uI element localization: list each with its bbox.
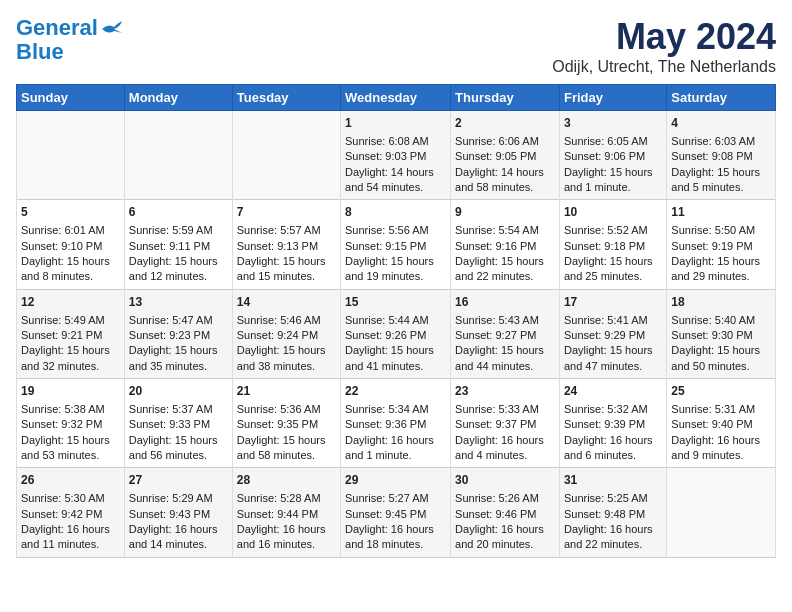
day-number: 20 xyxy=(129,383,228,400)
calendar-cell: 5Sunrise: 6:01 AMSunset: 9:10 PMDaylight… xyxy=(17,200,125,289)
week-row-2: 5Sunrise: 6:01 AMSunset: 9:10 PMDaylight… xyxy=(17,200,776,289)
day-info: Sunset: 9:18 PM xyxy=(564,239,662,254)
day-header-thursday: Thursday xyxy=(451,85,560,111)
calendar-table: SundayMondayTuesdayWednesdayThursdayFrid… xyxy=(16,84,776,558)
day-number: 15 xyxy=(345,294,446,311)
day-number: 2 xyxy=(455,115,555,132)
day-info: Sunrise: 6:06 AM xyxy=(455,134,555,149)
day-number: 1 xyxy=(345,115,446,132)
day-info: Daylight: 14 hours and 58 minutes. xyxy=(455,165,555,196)
day-info: Daylight: 15 hours and 8 minutes. xyxy=(21,254,120,285)
week-row-5: 26Sunrise: 5:30 AMSunset: 9:42 PMDayligh… xyxy=(17,468,776,557)
day-info: Sunset: 9:33 PM xyxy=(129,417,228,432)
day-info: Sunset: 9:08 PM xyxy=(671,149,771,164)
day-info: Sunset: 9:36 PM xyxy=(345,417,446,432)
calendar-cell: 23Sunrise: 5:33 AMSunset: 9:37 PMDayligh… xyxy=(451,379,560,468)
day-number: 16 xyxy=(455,294,555,311)
logo: General Blue xyxy=(16,16,122,64)
calendar-cell: 19Sunrise: 5:38 AMSunset: 9:32 PMDayligh… xyxy=(17,379,125,468)
calendar-cell: 20Sunrise: 5:37 AMSunset: 9:33 PMDayligh… xyxy=(124,379,232,468)
day-number: 12 xyxy=(21,294,120,311)
day-info: Daylight: 15 hours and 12 minutes. xyxy=(129,254,228,285)
calendar-cell: 28Sunrise: 5:28 AMSunset: 9:44 PMDayligh… xyxy=(232,468,340,557)
logo-blue: Blue xyxy=(16,40,64,64)
calendar-cell: 21Sunrise: 5:36 AMSunset: 9:35 PMDayligh… xyxy=(232,379,340,468)
day-number: 24 xyxy=(564,383,662,400)
day-number: 11 xyxy=(671,204,771,221)
day-info: Sunset: 9:26 PM xyxy=(345,328,446,343)
day-info: Sunrise: 5:31 AM xyxy=(671,402,771,417)
calendar-cell: 24Sunrise: 5:32 AMSunset: 9:39 PMDayligh… xyxy=(559,379,666,468)
day-info: Sunset: 9:46 PM xyxy=(455,507,555,522)
day-info: Daylight: 15 hours and 38 minutes. xyxy=(237,343,336,374)
day-info: Sunrise: 5:44 AM xyxy=(345,313,446,328)
day-number: 21 xyxy=(237,383,336,400)
calendar-cell: 3Sunrise: 6:05 AMSunset: 9:06 PMDaylight… xyxy=(559,111,666,200)
day-info: Sunrise: 6:08 AM xyxy=(345,134,446,149)
logo-bird-icon xyxy=(100,21,122,37)
day-number: 3 xyxy=(564,115,662,132)
calendar-cell: 31Sunrise: 5:25 AMSunset: 9:48 PMDayligh… xyxy=(559,468,666,557)
day-number: 6 xyxy=(129,204,228,221)
day-info: Sunset: 9:35 PM xyxy=(237,417,336,432)
day-info: Daylight: 15 hours and 32 minutes. xyxy=(21,343,120,374)
day-info: Sunrise: 5:46 AM xyxy=(237,313,336,328)
calendar-cell: 11Sunrise: 5:50 AMSunset: 9:19 PMDayligh… xyxy=(667,200,776,289)
day-number: 19 xyxy=(21,383,120,400)
day-number: 8 xyxy=(345,204,446,221)
calendar-cell xyxy=(17,111,125,200)
week-row-1: 1Sunrise: 6:08 AMSunset: 9:03 PMDaylight… xyxy=(17,111,776,200)
day-info: Sunrise: 5:49 AM xyxy=(21,313,120,328)
day-info: Sunrise: 5:59 AM xyxy=(129,223,228,238)
day-info: Sunrise: 5:56 AM xyxy=(345,223,446,238)
day-info: Daylight: 16 hours and 9 minutes. xyxy=(671,433,771,464)
day-info: Sunset: 9:48 PM xyxy=(564,507,662,522)
day-info: Daylight: 15 hours and 47 minutes. xyxy=(564,343,662,374)
day-info: Sunrise: 5:30 AM xyxy=(21,491,120,506)
day-info: Daylight: 15 hours and 25 minutes. xyxy=(564,254,662,285)
calendar-cell: 25Sunrise: 5:31 AMSunset: 9:40 PMDayligh… xyxy=(667,379,776,468)
day-info: Daylight: 15 hours and 19 minutes. xyxy=(345,254,446,285)
day-info: Sunrise: 5:32 AM xyxy=(564,402,662,417)
day-info: Daylight: 16 hours and 6 minutes. xyxy=(564,433,662,464)
calendar-cell xyxy=(124,111,232,200)
day-info: Sunrise: 5:50 AM xyxy=(671,223,771,238)
day-info: Daylight: 16 hours and 14 minutes. xyxy=(129,522,228,553)
day-info: Daylight: 16 hours and 4 minutes. xyxy=(455,433,555,464)
day-info: Sunset: 9:44 PM xyxy=(237,507,336,522)
day-info: Sunrise: 5:47 AM xyxy=(129,313,228,328)
day-number: 18 xyxy=(671,294,771,311)
day-info: Sunset: 9:24 PM xyxy=(237,328,336,343)
calendar-cell: 14Sunrise: 5:46 AMSunset: 9:24 PMDayligh… xyxy=(232,289,340,378)
calendar-cell: 22Sunrise: 5:34 AMSunset: 9:36 PMDayligh… xyxy=(341,379,451,468)
day-info: Sunset: 9:05 PM xyxy=(455,149,555,164)
day-info: Sunset: 9:45 PM xyxy=(345,507,446,522)
day-number: 25 xyxy=(671,383,771,400)
calendar-cell: 29Sunrise: 5:27 AMSunset: 9:45 PMDayligh… xyxy=(341,468,451,557)
calendar-cell: 12Sunrise: 5:49 AMSunset: 9:21 PMDayligh… xyxy=(17,289,125,378)
day-info: Daylight: 15 hours and 53 minutes. xyxy=(21,433,120,464)
day-info: Sunset: 9:42 PM xyxy=(21,507,120,522)
day-info: Daylight: 15 hours and 1 minute. xyxy=(564,165,662,196)
day-info: Sunrise: 5:26 AM xyxy=(455,491,555,506)
day-number: 23 xyxy=(455,383,555,400)
day-number: 26 xyxy=(21,472,120,489)
calendar-body: 1Sunrise: 6:08 AMSunset: 9:03 PMDaylight… xyxy=(17,111,776,558)
day-info: Sunset: 9:03 PM xyxy=(345,149,446,164)
day-info: Sunset: 9:13 PM xyxy=(237,239,336,254)
day-info: Sunrise: 5:29 AM xyxy=(129,491,228,506)
day-info: Sunrise: 6:01 AM xyxy=(21,223,120,238)
week-row-4: 19Sunrise: 5:38 AMSunset: 9:32 PMDayligh… xyxy=(17,379,776,468)
calendar-cell: 13Sunrise: 5:47 AMSunset: 9:23 PMDayligh… xyxy=(124,289,232,378)
day-info: Sunrise: 5:52 AM xyxy=(564,223,662,238)
calendar-cell: 10Sunrise: 5:52 AMSunset: 9:18 PMDayligh… xyxy=(559,200,666,289)
day-number: 27 xyxy=(129,472,228,489)
day-info: Daylight: 14 hours and 54 minutes. xyxy=(345,165,446,196)
month-title: May 2024 xyxy=(552,16,776,58)
day-info: Sunset: 9:37 PM xyxy=(455,417,555,432)
day-info: Daylight: 16 hours and 1 minute. xyxy=(345,433,446,464)
page-header: General Blue May 2024 Odijk, Utrecht, Th… xyxy=(16,16,776,76)
calendar-cell: 18Sunrise: 5:40 AMSunset: 9:30 PMDayligh… xyxy=(667,289,776,378)
day-info: Daylight: 15 hours and 5 minutes. xyxy=(671,165,771,196)
calendar-cell xyxy=(232,111,340,200)
